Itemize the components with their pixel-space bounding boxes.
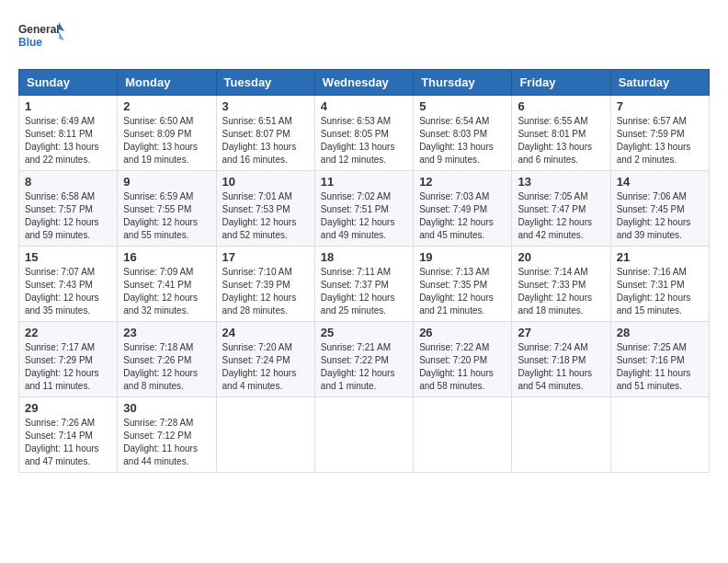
day-number: 1 xyxy=(25,99,111,113)
day-cell-19: 19Sunrise: 7:13 AMSunset: 7:35 PMDayligh… xyxy=(414,247,512,322)
day-info: Sunrise: 7:16 AMSunset: 7:31 PMDaylight:… xyxy=(617,266,703,317)
day-info: Sunrise: 6:57 AMSunset: 7:59 PMDaylight:… xyxy=(617,115,703,167)
day-number: 20 xyxy=(518,250,604,264)
day-cell-1: 1Sunrise: 6:49 AMSunset: 8:11 PMDaylight… xyxy=(19,96,118,171)
day-info: Sunrise: 7:02 AMSunset: 7:51 PMDaylight:… xyxy=(321,190,407,242)
weekday-header-tuesday: Tuesday xyxy=(216,70,314,96)
day-number: 16 xyxy=(123,250,210,264)
day-number: 25 xyxy=(321,326,407,339)
calendar-table: SundayMondayTuesdayWednesdayThursdayFrid… xyxy=(18,69,710,473)
week-row-5: 29Sunrise: 7:26 AMSunset: 7:14 PMDayligh… xyxy=(19,397,710,473)
day-info: Sunrise: 7:13 AMSunset: 7:35 PMDaylight:… xyxy=(419,266,506,317)
empty-cell xyxy=(512,397,610,473)
day-info: Sunrise: 7:28 AMSunset: 7:12 PMDaylight:… xyxy=(123,417,210,468)
day-cell-28: 28Sunrise: 7:25 AMSunset: 7:16 PMDayligh… xyxy=(610,322,709,397)
weekday-header-monday: Monday xyxy=(118,70,216,96)
day-info: Sunrise: 7:25 AMSunset: 7:16 PMDaylight:… xyxy=(617,341,703,393)
week-row-3: 15Sunrise: 7:07 AMSunset: 7:43 PMDayligh… xyxy=(19,247,710,322)
day-cell-9: 9Sunrise: 6:59 AMSunset: 7:55 PMDaylight… xyxy=(118,171,216,247)
day-info: Sunrise: 6:59 AMSunset: 7:55 PMDaylight:… xyxy=(123,190,210,242)
svg-text:General: General xyxy=(18,23,60,36)
day-info: Sunrise: 7:21 AMSunset: 7:22 PMDaylight:… xyxy=(321,341,407,393)
day-info: Sunrise: 7:20 AMSunset: 7:24 PMDaylight:… xyxy=(222,341,309,393)
day-number: 5 xyxy=(419,99,506,113)
day-cell-10: 10Sunrise: 7:01 AMSunset: 7:53 PMDayligh… xyxy=(216,171,314,247)
day-number: 4 xyxy=(321,99,407,113)
day-number: 11 xyxy=(321,175,407,189)
empty-cell xyxy=(610,397,709,473)
day-info: Sunrise: 7:10 AMSunset: 7:39 PMDaylight:… xyxy=(222,266,309,317)
day-number: 22 xyxy=(25,326,111,339)
week-row-2: 8Sunrise: 6:58 AMSunset: 7:57 PMDaylight… xyxy=(19,171,710,247)
day-cell-5: 5Sunrise: 6:54 AMSunset: 8:03 PMDaylight… xyxy=(414,96,512,171)
day-number: 3 xyxy=(222,99,309,113)
svg-marker-2 xyxy=(59,22,64,31)
day-cell-12: 12Sunrise: 7:03 AMSunset: 7:49 PMDayligh… xyxy=(414,171,512,247)
day-number: 19 xyxy=(419,250,506,264)
day-cell-26: 26Sunrise: 7:22 AMSunset: 7:20 PMDayligh… xyxy=(414,322,512,397)
day-cell-14: 14Sunrise: 7:06 AMSunset: 7:45 PMDayligh… xyxy=(610,171,709,247)
day-number: 12 xyxy=(419,175,506,189)
day-cell-27: 27Sunrise: 7:24 AMSunset: 7:18 PMDayligh… xyxy=(512,322,610,397)
day-number: 28 xyxy=(617,326,703,339)
day-info: Sunrise: 7:11 AMSunset: 7:37 PMDaylight:… xyxy=(321,266,407,317)
logo-svg: General Blue xyxy=(18,18,64,60)
day-info: Sunrise: 6:49 AMSunset: 8:11 PMDaylight:… xyxy=(25,115,111,167)
day-number: 26 xyxy=(419,326,506,339)
weekday-header-thursday: Thursday xyxy=(414,70,512,96)
day-cell-23: 23Sunrise: 7:18 AMSunset: 7:26 PMDayligh… xyxy=(118,322,216,397)
day-number: 30 xyxy=(123,401,210,415)
day-number: 14 xyxy=(617,175,703,189)
day-info: Sunrise: 7:17 AMSunset: 7:29 PMDaylight:… xyxy=(25,341,111,393)
day-info: Sunrise: 7:14 AMSunset: 7:33 PMDaylight:… xyxy=(518,266,604,317)
weekday-header-saturday: Saturday xyxy=(610,70,709,96)
day-info: Sunrise: 7:03 AMSunset: 7:49 PMDaylight:… xyxy=(419,190,506,242)
day-cell-6: 6Sunrise: 6:55 AMSunset: 8:01 PMDaylight… xyxy=(512,96,610,171)
day-cell-29: 29Sunrise: 7:26 AMSunset: 7:14 PMDayligh… xyxy=(19,397,118,473)
day-info: Sunrise: 6:53 AMSunset: 8:05 PMDaylight:… xyxy=(321,115,407,167)
day-number: 24 xyxy=(222,326,309,339)
day-info: Sunrise: 6:50 AMSunset: 8:09 PMDaylight:… xyxy=(123,115,210,167)
day-cell-22: 22Sunrise: 7:17 AMSunset: 7:29 PMDayligh… xyxy=(19,322,118,397)
day-number: 15 xyxy=(25,250,111,264)
day-cell-30: 30Sunrise: 7:28 AMSunset: 7:12 PMDayligh… xyxy=(118,397,216,473)
day-cell-3: 3Sunrise: 6:51 AMSunset: 8:07 PMDaylight… xyxy=(216,96,314,171)
day-number: 21 xyxy=(617,250,703,264)
day-number: 18 xyxy=(321,250,407,264)
weekday-header-wednesday: Wednesday xyxy=(314,70,413,96)
day-cell-21: 21Sunrise: 7:16 AMSunset: 7:31 PMDayligh… xyxy=(610,247,709,322)
day-info: Sunrise: 7:09 AMSunset: 7:41 PMDaylight:… xyxy=(123,266,210,317)
day-info: Sunrise: 7:26 AMSunset: 7:14 PMDaylight:… xyxy=(25,417,111,468)
day-info: Sunrise: 7:24 AMSunset: 7:18 PMDaylight:… xyxy=(518,341,604,393)
svg-text:Blue: Blue xyxy=(18,36,42,49)
empty-cell xyxy=(216,397,314,473)
day-info: Sunrise: 6:58 AMSunset: 7:57 PMDaylight:… xyxy=(25,190,111,242)
weekday-header-sunday: Sunday xyxy=(19,70,118,96)
day-cell-2: 2Sunrise: 6:50 AMSunset: 8:09 PMDaylight… xyxy=(118,96,216,171)
day-cell-13: 13Sunrise: 7:05 AMSunset: 7:47 PMDayligh… xyxy=(512,171,610,247)
day-cell-7: 7Sunrise: 6:57 AMSunset: 7:59 PMDaylight… xyxy=(610,96,709,171)
day-number: 2 xyxy=(123,99,210,113)
day-info: Sunrise: 7:01 AMSunset: 7:53 PMDaylight:… xyxy=(222,190,309,242)
week-row-1: 1Sunrise: 6:49 AMSunset: 8:11 PMDaylight… xyxy=(19,96,710,171)
day-cell-16: 16Sunrise: 7:09 AMSunset: 7:41 PMDayligh… xyxy=(118,247,216,322)
day-cell-18: 18Sunrise: 7:11 AMSunset: 7:37 PMDayligh… xyxy=(314,247,413,322)
day-info: Sunrise: 6:55 AMSunset: 8:01 PMDaylight:… xyxy=(518,115,604,167)
day-number: 23 xyxy=(123,326,210,339)
day-cell-20: 20Sunrise: 7:14 AMSunset: 7:33 PMDayligh… xyxy=(512,247,610,322)
weekday-header-friday: Friday xyxy=(512,70,610,96)
day-info: Sunrise: 7:05 AMSunset: 7:47 PMDaylight:… xyxy=(518,190,604,242)
day-info: Sunrise: 7:18 AMSunset: 7:26 PMDaylight:… xyxy=(123,341,210,393)
day-info: Sunrise: 6:54 AMSunset: 8:03 PMDaylight:… xyxy=(419,115,506,167)
day-number: 17 xyxy=(222,250,309,264)
day-info: Sunrise: 7:06 AMSunset: 7:45 PMDaylight:… xyxy=(617,190,703,242)
empty-cell xyxy=(414,397,512,473)
logo: General Blue xyxy=(18,18,64,60)
day-number: 29 xyxy=(25,401,111,415)
day-info: Sunrise: 6:51 AMSunset: 8:07 PMDaylight:… xyxy=(222,115,309,167)
day-info: Sunrise: 7:07 AMSunset: 7:43 PMDaylight:… xyxy=(25,266,111,317)
day-cell-4: 4Sunrise: 6:53 AMSunset: 8:05 PMDaylight… xyxy=(314,96,413,171)
header: General Blue xyxy=(18,18,710,60)
empty-cell xyxy=(314,397,413,473)
day-cell-17: 17Sunrise: 7:10 AMSunset: 7:39 PMDayligh… xyxy=(216,247,314,322)
